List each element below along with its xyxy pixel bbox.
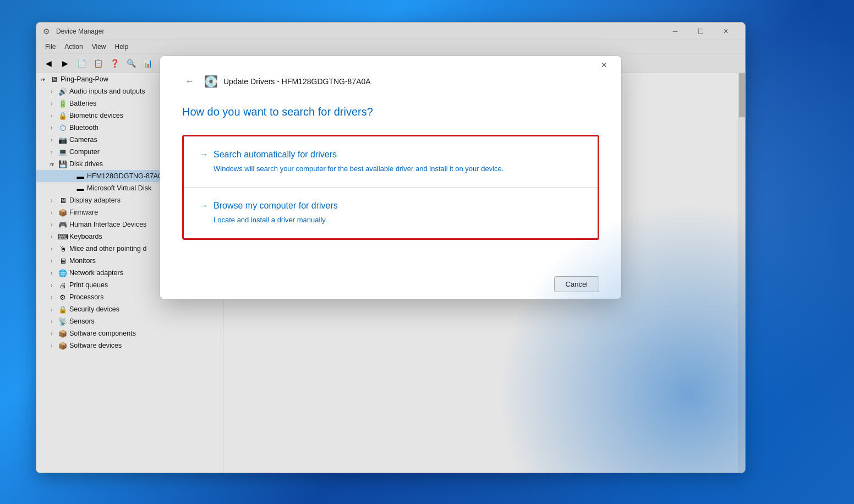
cancel-button[interactable]: Cancel [554,276,599,292]
browse-computer-arrow: → [199,201,208,211]
search-automatically-title: → Search automatically for drivers [199,150,582,160]
update-drivers-dialog: ✕ ← 💽 Update Drivers - HFM128GDGTNG-87A0… [160,56,622,299]
options-container: → Search automatically for drivers Windo… [182,135,599,240]
browse-computer-title: → Browse my computer for drivers [199,201,582,211]
dialog-content: ← 💽 Update Drivers - HFM128GDGTNG-87A0A … [160,74,621,270]
dialog-drive-icon: 💽 [204,75,218,88]
dialog-header: ← 💽 Update Drivers - HFM128GDGTNG-87A0A [182,74,599,89]
dialog-overlay: ✕ ← 💽 Update Drivers - HFM128GDGTNG-87A0… [36,23,745,473]
dialog-close-button[interactable]: ✕ [592,56,617,74]
dialog-back-button[interactable]: ← [182,74,198,89]
dialog-title-bar: ✕ [160,56,621,74]
search-automatically-option[interactable]: → Search automatically for drivers Windo… [184,136,598,187]
dialog-footer: Cancel [160,270,621,299]
search-automatically-label: Search automatically for drivers [214,150,337,160]
device-manager-window: ⚙ Device Manager ─ ☐ ✕ File Action View … [36,22,746,473]
browse-computer-option[interactable]: → Browse my computer for drivers Locate … [184,187,598,238]
browse-computer-label: Browse my computer for drivers [214,201,338,211]
search-auto-arrow: → [199,150,208,160]
dialog-question: How do you want to search for drivers? [182,106,599,118]
browse-computer-desc: Locate and install a driver manually. [199,215,582,225]
search-automatically-desc: Windows will search your computer for th… [199,164,582,174]
dialog-title-text: Update Drivers - HFM128GDGTNG-87A0A [223,77,371,86]
